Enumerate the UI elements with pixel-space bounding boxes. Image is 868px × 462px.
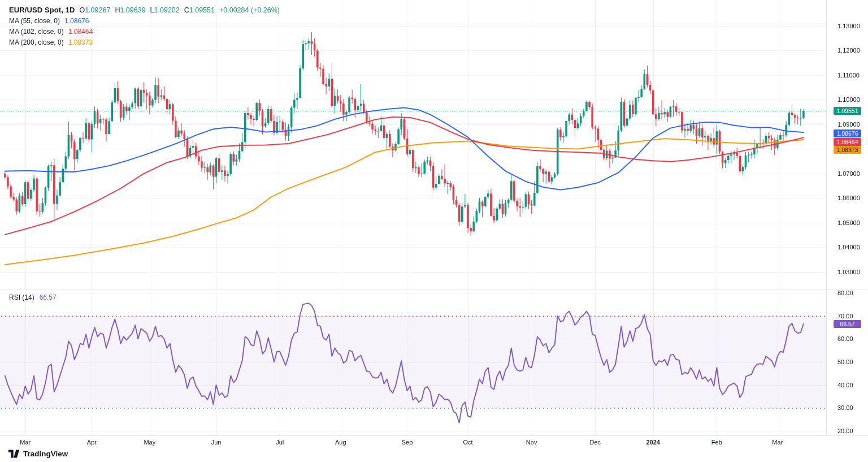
symbol-legend-row[interactable]: EUR/USD Spot, 1D O1.09267 H1.09639 L1.09… <box>9 6 280 14</box>
price-axis-label: 1.03000 <box>837 269 860 275</box>
ma200-value: 1.08373 <box>68 38 93 46</box>
rsi-axis-label: 30.00 <box>837 404 853 411</box>
ma55-value: 1.08676 <box>64 17 89 25</box>
rsi-axis-label: 80.00 <box>837 290 853 296</box>
symbol-title: EUR/USD Spot, 1D <box>9 6 75 14</box>
price-change: +0.00284 (+0.26%) <box>219 6 280 14</box>
time-axis-label: Jun <box>204 439 229 446</box>
time-axis-label: Mar <box>13 439 38 446</box>
last-price-badge: 1.09551 <box>834 107 861 115</box>
ma200-legend-row[interactable]: MA (200, close, 0) 1.08373 <box>9 38 280 46</box>
price-scale[interactable]: 1.130001.120001.110001.100001.090001.080… <box>826 0 868 435</box>
quote-high: H1.09639 <box>115 6 145 14</box>
time-axis-label: Aug <box>328 439 353 446</box>
ma102-value: 1.08464 <box>68 28 93 36</box>
quote-low: L1.09202 <box>150 6 180 14</box>
time-axis-label: Oct <box>455 439 480 446</box>
rsi-axis-label: 60.00 <box>837 335 853 342</box>
rsi-axis-label: 50.00 <box>837 359 853 365</box>
price-axis-label: 1.12000 <box>837 47 860 54</box>
price-axis-label: 1.13000 <box>837 23 860 29</box>
ma55-legend-row[interactable]: MA (55, close, 0) 1.08676 <box>9 16 280 25</box>
tradingview-logo-icon <box>8 449 20 459</box>
ma55-badge: 1.08676 <box>834 129 861 137</box>
quote-open: O1.09267 <box>79 6 110 14</box>
ma200-badge: 1.08373 <box>834 146 861 154</box>
time-axis-label: Sep <box>394 439 419 446</box>
price-axis-label: 1.10000 <box>837 96 860 103</box>
ma55-label: MA (55, close, 0) <box>9 17 60 25</box>
tradingview-chart-widget: EUR/USD Spot, 1D O1.09267 H1.09639 L1.09… <box>0 0 868 462</box>
time-axis-label: 2024 <box>641 439 666 446</box>
ma200-label: MA (200, close, 0) <box>9 38 64 46</box>
time-axis-label: Nov <box>519 439 544 446</box>
rsi-legend-row[interactable]: RSI (14) 66.57 <box>9 293 57 301</box>
rsi-value-badge: 66.57 <box>834 320 861 328</box>
price-axis-label: 1.07000 <box>837 170 860 177</box>
price-axis-label: 1.05000 <box>837 219 860 226</box>
price-axis-label: 1.11000 <box>837 72 860 79</box>
time-axis-label: Dec <box>583 439 607 446</box>
price-axis-label: 1.09000 <box>837 121 860 128</box>
price-axis-label: 1.06000 <box>837 195 860 201</box>
chart-legend: EUR/USD Spot, 1D O1.09267 H1.09639 L1.09… <box>9 6 280 49</box>
rsi-axis-label: 20.00 <box>837 428 853 434</box>
time-axis-label: Apr <box>79 439 104 446</box>
rsi-value: 66.57 <box>40 293 57 301</box>
time-axis-label: May <box>137 439 162 446</box>
time-scale[interactable]: MarAprMayJunJulAugSepOctNovDec2024FebMar <box>0 435 868 462</box>
ma102-label: MA (102, close, 0) <box>9 28 64 36</box>
quote-close: C1.09551 <box>184 6 215 14</box>
rsi-label: RSI (14) <box>9 293 34 301</box>
tradingview-logo-text: TradingView <box>23 450 68 458</box>
rsi-axis-label: 70.00 <box>837 313 853 319</box>
price-chart-canvas[interactable] <box>0 0 868 462</box>
ma102-badge: 1.08464 <box>834 138 861 146</box>
tradingview-logo-link[interactable]: TradingView <box>8 449 68 459</box>
time-axis-label: Jul <box>267 439 292 446</box>
price-axis-label: 1.04000 <box>837 244 860 251</box>
ma102-legend-row[interactable]: MA (102, close, 0) 1.08464 <box>9 27 280 36</box>
time-axis-label: Feb <box>704 439 729 446</box>
price-axis-label: 1.08000 <box>837 145 860 152</box>
rsi-axis-label: 40.00 <box>837 382 853 388</box>
time-axis-label: Mar <box>765 439 790 446</box>
